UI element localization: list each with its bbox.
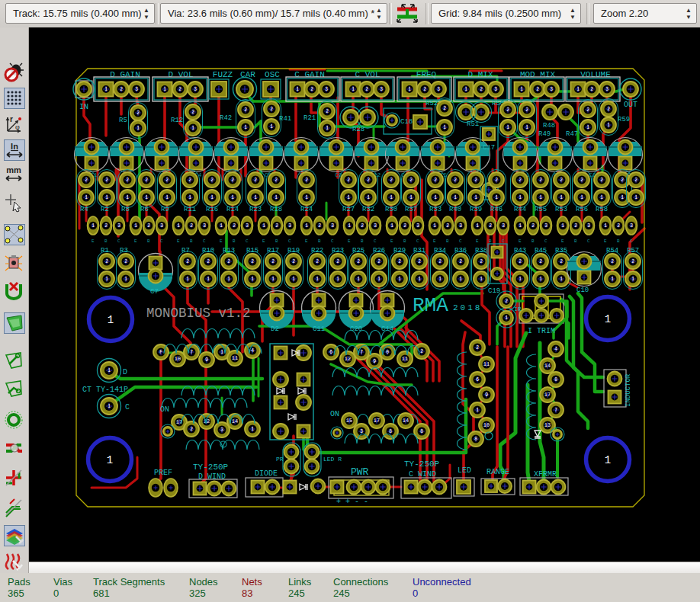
svg-text:R37: R37 (405, 206, 417, 213)
svg-text:R59: R59 (618, 116, 630, 123)
svg-text:C: C (416, 239, 419, 244)
svg-text:B: B (233, 239, 236, 244)
svg-text:2: 2 (85, 177, 88, 183)
svg-text:R52: R52 (425, 100, 438, 107)
svg-text:11: 11 (232, 355, 238, 361)
svg-text:1: 1 (604, 223, 607, 229)
svg-text:2: 2 (586, 107, 589, 113)
svg-text:3: 3 (203, 223, 206, 229)
svg-text:1: 1 (506, 124, 509, 130)
svg-text:3: 3 (544, 223, 547, 229)
svg-text:C7: C7 (150, 288, 159, 296)
svg-text:2: 2 (423, 86, 426, 92)
svg-text:12: 12 (345, 356, 351, 362)
svg-text:R3: R3 (120, 247, 128, 255)
svg-text:R43: R43 (514, 247, 526, 255)
svg-text:2: 2 (210, 177, 214, 183)
svg-text:2: 2 (186, 258, 189, 264)
svg-text:6: 6 (329, 349, 332, 355)
svg-text:R47: R47 (566, 130, 578, 138)
svg-text:1: 1 (296, 86, 299, 92)
svg-text:1: 1 (92, 223, 95, 229)
svg-text:1: 1 (539, 194, 542, 200)
svg-text:2: 2 (403, 223, 406, 229)
svg-text:1: 1 (134, 223, 137, 229)
svg-text:1: 1 (409, 194, 413, 200)
svg-text:2: 2 (191, 109, 194, 115)
svg-text:E: E (134, 239, 137, 244)
svg-text:2: 2 (270, 106, 273, 112)
svg-text:2: 2 (136, 110, 140, 116)
svg-text:1: 1 (519, 223, 522, 229)
svg-text:R21: R21 (303, 114, 316, 122)
svg-text:B: B (104, 239, 108, 244)
svg-text:FUZZ: FUZZ (213, 70, 233, 79)
svg-text:1: 1 (177, 223, 180, 229)
svg-text:RANGE: RANGE (486, 468, 509, 476)
svg-text:2: 2 (539, 258, 542, 264)
svg-text:R19: R19 (287, 247, 300, 255)
svg-text:r: r (10, 115, 13, 123)
svg-text:7: 7 (190, 349, 193, 355)
svg-text:2: 2 (446, 223, 449, 229)
svg-text:2: 2 (476, 344, 479, 351)
svg-text:14: 14 (403, 418, 409, 424)
svg-text:R12: R12 (171, 117, 183, 124)
svg-text:3: 3 (416, 223, 419, 229)
svg-text:C14: C14 (381, 325, 393, 333)
svg-text:B: B (489, 239, 492, 244)
svg-text:R55: R55 (535, 206, 547, 213)
svg-text:2: 2 (590, 86, 593, 92)
svg-text:1: 1 (251, 426, 254, 432)
svg-text:2: 2 (459, 258, 462, 264)
svg-text:XFRMR: XFRMR (534, 470, 557, 479)
svg-text:MONOBIUS v1.2: MONOBIUS v1.2 (146, 306, 251, 321)
svg-text:TY-250P: TY-250P (193, 463, 229, 472)
svg-text:+ + - -: + + - - (336, 498, 368, 506)
svg-text:1: 1 (459, 276, 462, 282)
svg-text:2: 2 (318, 223, 321, 229)
svg-text:ON: ON (160, 405, 169, 414)
svg-text:2: 2 (634, 177, 637, 183)
svg-text:2: 2 (438, 258, 442, 264)
svg-text:1: 1 (348, 223, 351, 229)
svg-text:R53: R53 (555, 206, 567, 213)
svg-text:RMA: RMA (413, 294, 448, 317)
svg-text:2: 2 (621, 177, 624, 183)
svg-text:C10: C10 (576, 287, 589, 294)
svg-text:R23: R23 (249, 206, 262, 213)
svg-text:R35: R35 (555, 247, 567, 255)
svg-text:2: 2 (574, 223, 577, 229)
svg-text:10: 10 (483, 422, 490, 428)
svg-text:DIODE: DIODE (255, 469, 278, 478)
svg-text:1: 1 (408, 86, 411, 92)
svg-text:2: 2 (418, 258, 421, 264)
svg-text:R5: R5 (119, 117, 127, 124)
svg-text:R48: R48 (543, 122, 555, 130)
svg-text:2: 2 (316, 258, 319, 264)
svg-text:2: 2 (390, 177, 393, 183)
svg-text:E: E (177, 239, 180, 244)
svg-text:2: 2 (190, 223, 193, 229)
svg-text:C: C (125, 403, 130, 411)
svg-text:1: 1 (418, 276, 421, 282)
svg-text:1: 1 (124, 276, 127, 282)
svg-text:2: 2 (617, 223, 620, 229)
svg-text:1: 1 (443, 124, 446, 130)
svg-text:TY-250P: TY-250P (404, 460, 440, 469)
svg-text:2: 2 (145, 177, 148, 183)
svg-text:R32: R32 (362, 206, 374, 213)
svg-text:7: 7 (554, 407, 557, 413)
svg-text:1: 1 (251, 276, 254, 282)
svg-text:IR: IR (514, 306, 522, 312)
svg-text:1: 1 (108, 403, 111, 409)
svg-text:3: 3 (160, 223, 163, 229)
svg-text:C: C (246, 239, 249, 244)
svg-text:R28: R28 (352, 126, 364, 133)
svg-text:2: 2 (244, 107, 247, 113)
svg-text:OUT: OUT (624, 101, 637, 109)
svg-text:FREQ: FREQ (416, 70, 437, 79)
svg-text:14: 14 (232, 418, 238, 424)
svg-text:2: 2 (326, 108, 329, 114)
svg-text:C: C (630, 239, 633, 244)
